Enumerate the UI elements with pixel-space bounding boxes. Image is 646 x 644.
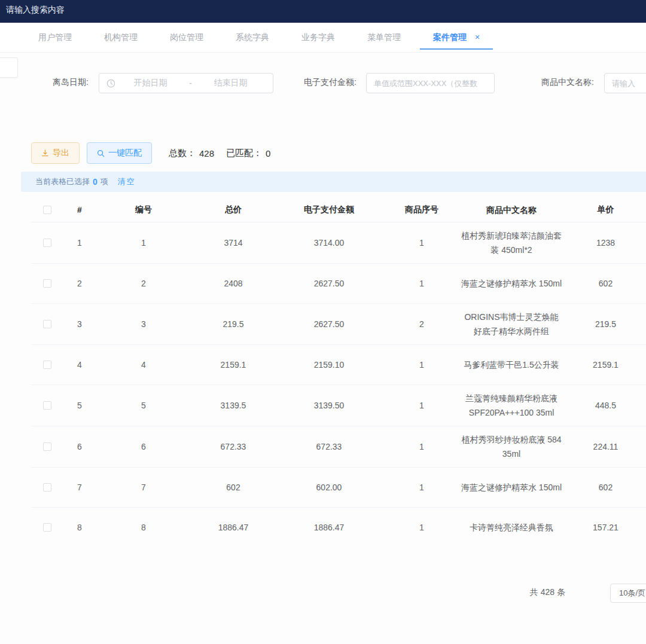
tab-case-management[interactable]: 案件管理 × <box>431 23 482 52</box>
tab-close-icon[interactable]: × <box>475 32 480 42</box>
payment-amount-label: 电子支付金额: <box>304 77 356 88</box>
page-size-select[interactable]: 10条/页 <box>610 584 646 603</box>
product-name-input[interactable] <box>604 73 646 93</box>
row-checkbox[interactable] <box>43 279 51 288</box>
export-button-label: 导出 <box>53 148 69 158</box>
cell-name: 植村秀羽纱持妆粉底液 584 35ml <box>461 426 562 467</box>
table-toolbar: 导出 一键匹配 总数：428 已匹配：0 <box>31 142 629 164</box>
row-checkbox[interactable] <box>43 361 51 369</box>
table-row[interactable]: 6 6 672.33 672.33 1 植村秀羽纱持妆粉底液 584 35ml … <box>31 426 646 468</box>
export-button[interactable]: 导出 <box>31 142 80 164</box>
selection-suffix: 项 <box>100 176 108 187</box>
one-click-match-button[interactable]: 一键匹配 <box>87 142 152 164</box>
row-checkbox[interactable] <box>43 442 51 451</box>
depart-date-range-picker[interactable]: 开始日期 - 结束日期 <box>99 73 273 93</box>
tab-menu-management[interactable]: 菜单管理 <box>365 23 403 52</box>
table-row[interactable]: 8 8 1886.47 1886.47 1 卡诗菁纯亮泽经典香氛 157.21 <box>31 508 646 541</box>
row-checkbox[interactable] <box>43 239 51 247</box>
end-date-placeholder[interactable]: 结束日期 <box>196 78 266 88</box>
payment-amount-input[interactable] <box>366 73 495 93</box>
depart-date-label: 离岛日期: <box>53 77 89 88</box>
pagination-total: 共 428 条 <box>530 587 565 598</box>
cell-code: 1 <box>96 238 191 248</box>
total-label: 总数： <box>169 148 196 159</box>
case-table: # 编号 总价 电子支付金额 商品序号 商品中文名称 单价 1 1 3714 3… <box>31 197 646 541</box>
cell-name: 马爹利蓝带干邑1.5公升装 <box>461 352 562 378</box>
table-row[interactable]: 2 2 2408 2627.50 1 海蓝之谜修护精萃水 150ml 602 <box>31 264 646 304</box>
tab-system-dict[interactable]: 系统字典 <box>233 23 272 52</box>
tab-user-management[interactable]: 用户管理 <box>36 23 74 52</box>
cell-unit: 2159.1 <box>562 360 646 370</box>
table-row[interactable]: 5 5 3139.5 3139.50 1 兰蔻菁纯臻颜精华粉底液SPF20PA+… <box>31 385 646 426</box>
table-row[interactable]: 7 7 602 602.00 1 海蓝之谜修护精萃水 150ml 602 <box>31 468 646 508</box>
cell-total: 219.5 <box>191 319 275 329</box>
cell-total: 3139.5 <box>191 401 275 410</box>
col-header-name: 商品中文名称 <box>461 197 562 223</box>
search-icon <box>97 149 105 157</box>
cell-seq: 1 <box>383 523 461 532</box>
select-all-checkbox[interactable] <box>43 206 51 214</box>
date-range-separator: - <box>185 78 196 88</box>
clear-selection-link[interactable]: 清空 <box>118 176 136 187</box>
global-search-input[interactable]: 请输入搜索内容 <box>6 5 65 16</box>
cell-seq: 1 <box>383 401 461 410</box>
cell-index: 6 <box>63 442 96 451</box>
cell-total: 602 <box>191 483 275 492</box>
cell-name: 卡诗菁纯亮泽经典香氛 <box>461 514 562 541</box>
table-row[interactable]: 4 4 2159.1 2159.10 1 马爹利蓝带干邑1.5公升装 2159.… <box>31 345 646 385</box>
selection-prefix: 当前表格已选择 <box>35 176 90 187</box>
table-row[interactable]: 1 1 3714 3714.00 1 植村秀新琥珀臻萃洁颜油套装 450ml*2… <box>31 222 646 264</box>
cell-index: 8 <box>63 523 96 532</box>
cell-unit: 224.11 <box>562 442 646 451</box>
cell-unit: 157.21 <box>562 523 646 532</box>
matched-value: 0 <box>266 148 270 158</box>
table-row[interactable]: 3 3 219.5 2627.50 2 ORIGINS韦博士灵芝焕能好底子精华水… <box>31 304 646 345</box>
selection-info-bar: 当前表格已选择 0 项 清空 <box>21 172 646 192</box>
tab-business-dict[interactable]: 业务字典 <box>299 23 337 52</box>
row-checkbox[interactable] <box>43 401 51 410</box>
cell-payment: 2627.50 <box>275 279 383 288</box>
match-button-label: 一键匹配 <box>108 148 142 158</box>
cell-code: 2 <box>96 279 191 288</box>
cell-index: 7 <box>63 483 96 492</box>
cell-index: 2 <box>63 279 96 288</box>
cell-name: 植村秀新琥珀臻萃洁颜油套装 450ml*2 <box>461 222 562 263</box>
selection-count: 0 <box>93 177 97 187</box>
row-checkbox[interactable] <box>43 523 51 532</box>
cell-unit: 448.5 <box>562 401 646 410</box>
total-value: 428 <box>199 148 214 158</box>
cell-payment: 2159.10 <box>275 360 383 370</box>
cell-payment: 602.00 <box>275 483 383 492</box>
cell-payment: 2627.50 <box>275 319 383 329</box>
col-header-code: 编号 <box>96 205 191 215</box>
cell-seq: 1 <box>383 279 461 288</box>
cell-code: 7 <box>96 483 191 492</box>
cell-payment: 3714.00 <box>275 238 383 248</box>
tab-case-management-label: 案件管理 <box>433 32 467 42</box>
cell-index: 5 <box>63 401 96 410</box>
filter-row: 离岛日期: 开始日期 - 结束日期 电子支付金额: 商品中文名称: <box>0 72 646 102</box>
cell-unit: 1238 <box>562 238 646 248</box>
cell-payment: 1886.47 <box>275 523 383 532</box>
tab-org-management[interactable]: 机构管理 <box>102 23 140 52</box>
cell-seq: 2 <box>383 319 461 329</box>
cell-total: 3714 <box>191 238 275 248</box>
cell-payment: 3139.50 <box>275 401 383 410</box>
tab-bar: 用户管理 机构管理 岗位管理 系统字典 业务字典 菜单管理 案件管理 × <box>0 23 646 53</box>
product-name-label: 商品中文名称: <box>541 77 594 88</box>
clock-icon <box>106 79 115 88</box>
page-size-value: 10条/页 <box>619 588 645 599</box>
cell-unit: 602 <box>562 279 646 288</box>
col-header-index: # <box>63 205 96 215</box>
row-checkbox[interactable] <box>43 483 51 492</box>
start-date-placeholder[interactable]: 开始日期 <box>115 78 185 88</box>
count-summary: 总数：428 已匹配：0 <box>169 148 270 159</box>
cell-index: 1 <box>63 238 96 248</box>
cell-seq: 1 <box>383 483 461 492</box>
row-checkbox[interactable] <box>43 320 51 328</box>
tab-post-management[interactable]: 岗位管理 <box>167 23 206 52</box>
matched-label: 已匹配： <box>226 148 262 159</box>
cell-payment: 672.33 <box>275 442 383 451</box>
table-header-row: # 编号 总价 电子支付金额 商品序号 商品中文名称 单价 <box>31 197 646 222</box>
cell-total: 672.33 <box>191 442 275 451</box>
